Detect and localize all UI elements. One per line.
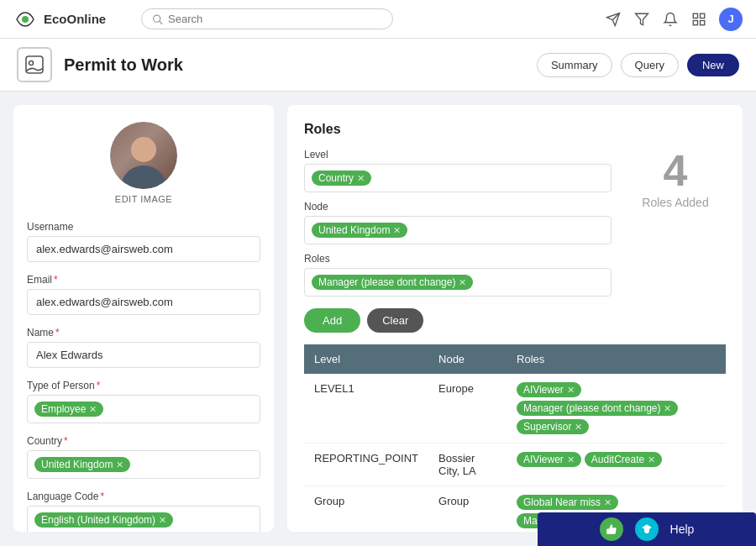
roles-form-row: Level Country ✕ Node United Kingdom [304,149,726,297]
name-field: Name* [27,327,260,368]
type-required: * [97,380,101,391]
type-of-person-field: Type of Person* Employee ✕ [27,380,260,423]
cell-level: LEVEL1 [304,374,428,444]
roles-tags-field[interactable]: Manager (please dont change) ✕ [304,268,612,297]
query-button[interactable]: Query [621,53,679,77]
role-tag: AIViewer ✕ [517,382,581,397]
table-row: REPORTING_POINTBossier City, LAAIViewer … [304,444,726,486]
country-field: Country* United Kingdom ✕ [27,435,260,479]
country-tag-remove[interactable]: ✕ [116,459,123,470]
node-tag-remove[interactable]: ✕ [393,225,401,236]
role-tag: Global Near miss ✕ [517,495,618,510]
language-tag: English (United Kingdom) ✕ [34,512,173,528]
svg-point-12 [29,61,34,66]
search-input[interactable] [168,13,382,25]
role-tag: AIViewer ✕ [517,452,581,467]
type-label: Type of Person* [27,380,260,391]
search-icon [152,13,163,25]
role-tag-remove[interactable]: ✕ [567,454,575,465]
add-button[interactable]: Add [304,308,360,333]
search-bar[interactable] [141,8,393,29]
sub-header-left: Permit to Work [17,47,183,82]
filter-icon[interactable] [633,11,650,28]
email-label: Email* [27,274,260,286]
cell-node: Europe [428,374,507,444]
left-panel: EDIT IMAGE Username Email* Name* Type of… [13,105,274,532]
roles-actions: Add Clear [304,308,726,333]
role-tag-remove[interactable]: ✕ [664,403,671,414]
help-bar: Help [538,512,756,545]
roles-tag-remove[interactable]: ✕ [459,277,466,288]
svg-line-3 [160,21,162,24]
sub-header: Permit to Work Summary Query New [0,39,756,92]
country-label: Country* [27,435,260,447]
level-tags-field[interactable]: Country ✕ [304,164,612,192]
role-tag-remove[interactable]: ✕ [575,422,582,433]
email-field: Email* [27,274,260,315]
username-label: Username [27,221,260,233]
language-field: Language Code* English (United Kingdom) … [27,491,260,532]
country-tags-field[interactable]: United Kingdom ✕ [27,450,260,479]
thumbs-up-button[interactable] [600,517,623,541]
col-level: Level [304,344,428,374]
col-node: Node [428,344,507,374]
table-row: LEVEL1EuropeAIViewer ✕Manager (please do… [304,374,726,444]
role-tag-remove[interactable]: ✕ [648,454,655,465]
cell-node: Bossier City, LA [428,444,507,486]
summary-button[interactable]: Summary [537,53,612,77]
level-tag-remove[interactable]: ✕ [357,173,365,184]
node-field: Node United Kingdom ✕ [304,201,612,244]
level-field: Level Country ✕ [304,149,612,192]
bell-icon[interactable] [662,11,679,28]
col-roles: Roles [507,344,726,374]
svg-point-1 [22,16,29,23]
username-input[interactable] [27,236,260,262]
send-icon[interactable] [605,11,622,28]
new-button[interactable]: New [687,54,739,76]
logo: EcoOnline [13,8,131,31]
graduation-hat-button[interactable] [635,517,659,541]
type-tags-field[interactable]: Employee ✕ [27,395,260,423]
avatar-section: EDIT IMAGE [27,122,260,204]
grid-icon[interactable] [690,11,707,28]
top-nav: EcoOnline [0,0,756,39]
node-tag: United Kingdom ✕ [312,223,407,238]
roles-added-section: 4 Roles Added [625,149,726,209]
sub-header-actions: Summary Query New [537,53,739,77]
cell-node: Group [428,486,507,533]
role-tag: Supervisor ✕ [517,419,589,434]
role-tag-remove[interactable]: ✕ [604,497,612,508]
avatar-face [110,122,177,189]
main-content: EDIT IMAGE Username Email* Name* Type of… [0,92,756,545]
roles-table-body: LEVEL1EuropeAIViewer ✕Manager (please do… [304,374,726,532]
email-input[interactable] [27,289,260,315]
level-tag: Country ✕ [312,171,371,186]
roles-fields: Level Country ✕ Node United Kingdom [304,149,612,297]
edit-image-label[interactable]: EDIT IMAGE [115,194,172,204]
user-avatar[interactable]: J [719,8,743,31]
role-tag-remove[interactable]: ✕ [567,385,575,396]
roles-tag: Manager (please dont change) ✕ [312,275,473,290]
node-tags-field[interactable]: United Kingdom ✕ [304,216,612,244]
roles-count: 4 [664,149,688,192]
logo-icon [13,8,37,31]
username-field: Username [27,221,260,262]
name-label: Name* [27,327,260,339]
type-tag-remove[interactable]: ✕ [89,404,97,415]
roles-select-field: Roles Manager (please dont change) ✕ [304,253,612,297]
svg-point-2 [154,15,160,22]
svg-rect-8 [701,13,705,18]
role-tag: Manager (please dont change) ✕ [517,401,678,416]
language-tag-remove[interactable]: ✕ [159,515,166,526]
type-tag: Employee ✕ [34,402,103,417]
cell-level: Group [304,486,428,533]
name-input[interactable] [27,342,260,368]
clear-button[interactable]: Clear [367,308,423,333]
roles-added-label: Roles Added [642,196,708,209]
name-required: * [55,327,60,339]
language-tags-field[interactable]: English (United Kingdom) ✕ [27,506,260,532]
roles-table-head: Level Node Roles [304,344,726,374]
svg-marker-6 [636,13,648,25]
language-label: Language Code* [27,491,260,502]
roles-select-label: Roles [304,253,612,265]
